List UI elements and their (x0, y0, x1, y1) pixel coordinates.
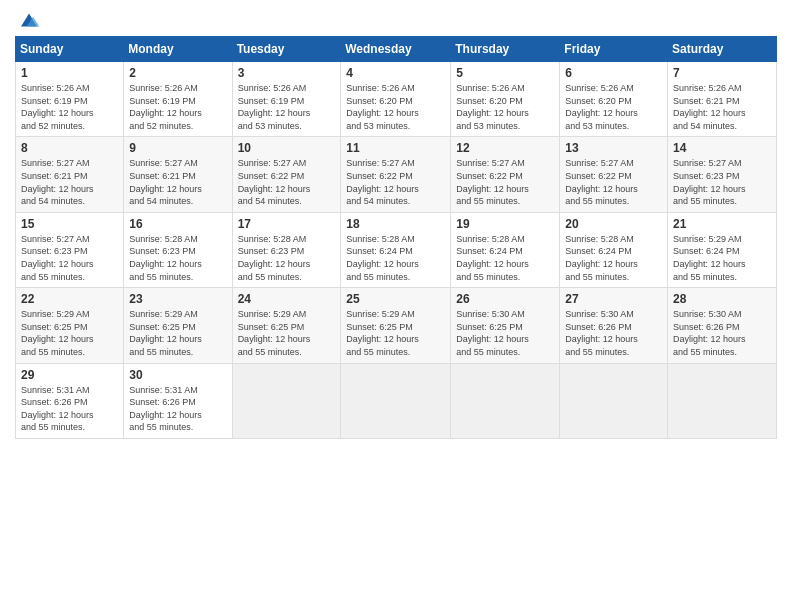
day-number: 7 (673, 66, 771, 80)
calendar-week-1: 1Sunrise: 5:26 AMSunset: 6:19 PMDaylight… (16, 62, 777, 137)
calendar-cell: 12Sunrise: 5:27 AMSunset: 6:22 PMDayligh… (451, 137, 560, 212)
calendar-week-4: 22Sunrise: 5:29 AMSunset: 6:25 PMDayligh… (16, 288, 777, 363)
calendar-cell: 29Sunrise: 5:31 AMSunset: 6:26 PMDayligh… (16, 363, 124, 438)
day-info: Sunrise: 5:26 AMSunset: 6:21 PMDaylight:… (673, 82, 771, 132)
day-info: Sunrise: 5:27 AMSunset: 6:22 PMDaylight:… (346, 157, 445, 207)
day-number: 22 (21, 292, 118, 306)
calendar-cell: 11Sunrise: 5:27 AMSunset: 6:22 PMDayligh… (341, 137, 451, 212)
day-number: 23 (129, 292, 226, 306)
calendar-cell: 20Sunrise: 5:28 AMSunset: 6:24 PMDayligh… (560, 212, 668, 287)
calendar-cell (451, 363, 560, 438)
calendar-cell: 13Sunrise: 5:27 AMSunset: 6:22 PMDayligh… (560, 137, 668, 212)
day-number: 5 (456, 66, 554, 80)
calendar-header-thursday: Thursday (451, 37, 560, 62)
day-number: 19 (456, 217, 554, 231)
day-number: 21 (673, 217, 771, 231)
calendar-cell: 27Sunrise: 5:30 AMSunset: 6:26 PMDayligh… (560, 288, 668, 363)
day-info: Sunrise: 5:27 AMSunset: 6:22 PMDaylight:… (565, 157, 662, 207)
day-info: Sunrise: 5:29 AMSunset: 6:25 PMDaylight:… (238, 308, 336, 358)
day-info: Sunrise: 5:28 AMSunset: 6:23 PMDaylight:… (129, 233, 226, 283)
calendar-week-3: 15Sunrise: 5:27 AMSunset: 6:23 PMDayligh… (16, 212, 777, 287)
calendar-header-sunday: Sunday (16, 37, 124, 62)
calendar-cell: 4Sunrise: 5:26 AMSunset: 6:20 PMDaylight… (341, 62, 451, 137)
day-number: 11 (346, 141, 445, 155)
day-info: Sunrise: 5:30 AMSunset: 6:25 PMDaylight:… (456, 308, 554, 358)
calendar-cell: 15Sunrise: 5:27 AMSunset: 6:23 PMDayligh… (16, 212, 124, 287)
calendar-cell: 10Sunrise: 5:27 AMSunset: 6:22 PMDayligh… (232, 137, 341, 212)
day-number: 27 (565, 292, 662, 306)
day-number: 24 (238, 292, 336, 306)
day-number: 10 (238, 141, 336, 155)
calendar-cell: 7Sunrise: 5:26 AMSunset: 6:21 PMDaylight… (668, 62, 777, 137)
day-number: 3 (238, 66, 336, 80)
day-number: 18 (346, 217, 445, 231)
day-info: Sunrise: 5:27 AMSunset: 6:22 PMDaylight:… (456, 157, 554, 207)
day-info: Sunrise: 5:26 AMSunset: 6:20 PMDaylight:… (346, 82, 445, 132)
calendar-week-5: 29Sunrise: 5:31 AMSunset: 6:26 PMDayligh… (16, 363, 777, 438)
day-number: 26 (456, 292, 554, 306)
calendar-header-monday: Monday (124, 37, 232, 62)
calendar-cell: 19Sunrise: 5:28 AMSunset: 6:24 PMDayligh… (451, 212, 560, 287)
day-info: Sunrise: 5:27 AMSunset: 6:23 PMDaylight:… (673, 157, 771, 207)
calendar-cell (560, 363, 668, 438)
calendar-cell: 3Sunrise: 5:26 AMSunset: 6:19 PMDaylight… (232, 62, 341, 137)
calendar-cell: 5Sunrise: 5:26 AMSunset: 6:20 PMDaylight… (451, 62, 560, 137)
logo-icon (17, 10, 41, 30)
day-number: 15 (21, 217, 118, 231)
calendar-cell: 23Sunrise: 5:29 AMSunset: 6:25 PMDayligh… (124, 288, 232, 363)
calendar-header-saturday: Saturday (668, 37, 777, 62)
day-info: Sunrise: 5:31 AMSunset: 6:26 PMDaylight:… (21, 384, 118, 434)
day-info: Sunrise: 5:26 AMSunset: 6:20 PMDaylight:… (456, 82, 554, 132)
day-info: Sunrise: 5:29 AMSunset: 6:24 PMDaylight:… (673, 233, 771, 283)
calendar-cell: 2Sunrise: 5:26 AMSunset: 6:19 PMDaylight… (124, 62, 232, 137)
calendar-cell: 16Sunrise: 5:28 AMSunset: 6:23 PMDayligh… (124, 212, 232, 287)
day-info: Sunrise: 5:26 AMSunset: 6:19 PMDaylight:… (21, 82, 118, 132)
calendar-cell: 6Sunrise: 5:26 AMSunset: 6:20 PMDaylight… (560, 62, 668, 137)
day-info: Sunrise: 5:31 AMSunset: 6:26 PMDaylight:… (129, 384, 226, 434)
page-header (15, 10, 777, 30)
day-info: Sunrise: 5:28 AMSunset: 6:23 PMDaylight:… (238, 233, 336, 283)
day-info: Sunrise: 5:29 AMSunset: 6:25 PMDaylight:… (346, 308, 445, 358)
day-number: 8 (21, 141, 118, 155)
calendar-week-2: 8Sunrise: 5:27 AMSunset: 6:21 PMDaylight… (16, 137, 777, 212)
day-number: 1 (21, 66, 118, 80)
calendar-header-wednesday: Wednesday (341, 37, 451, 62)
day-number: 4 (346, 66, 445, 80)
day-info: Sunrise: 5:28 AMSunset: 6:24 PMDaylight:… (565, 233, 662, 283)
day-number: 16 (129, 217, 226, 231)
calendar-cell: 14Sunrise: 5:27 AMSunset: 6:23 PMDayligh… (668, 137, 777, 212)
day-info: Sunrise: 5:27 AMSunset: 6:23 PMDaylight:… (21, 233, 118, 283)
day-number: 12 (456, 141, 554, 155)
calendar-body: 1Sunrise: 5:26 AMSunset: 6:19 PMDaylight… (16, 62, 777, 439)
calendar-cell: 21Sunrise: 5:29 AMSunset: 6:24 PMDayligh… (668, 212, 777, 287)
calendar-cell (232, 363, 341, 438)
day-info: Sunrise: 5:29 AMSunset: 6:25 PMDaylight:… (129, 308, 226, 358)
calendar-cell: 25Sunrise: 5:29 AMSunset: 6:25 PMDayligh… (341, 288, 451, 363)
day-number: 2 (129, 66, 226, 80)
calendar-cell: 18Sunrise: 5:28 AMSunset: 6:24 PMDayligh… (341, 212, 451, 287)
calendar-cell (341, 363, 451, 438)
calendar-cell (668, 363, 777, 438)
calendar-table: SundayMondayTuesdayWednesdayThursdayFrid… (15, 36, 777, 439)
logo (15, 10, 41, 30)
day-info: Sunrise: 5:27 AMSunset: 6:21 PMDaylight:… (21, 157, 118, 207)
calendar-cell: 24Sunrise: 5:29 AMSunset: 6:25 PMDayligh… (232, 288, 341, 363)
day-info: Sunrise: 5:30 AMSunset: 6:26 PMDaylight:… (565, 308, 662, 358)
day-info: Sunrise: 5:28 AMSunset: 6:24 PMDaylight:… (456, 233, 554, 283)
calendar-cell: 9Sunrise: 5:27 AMSunset: 6:21 PMDaylight… (124, 137, 232, 212)
calendar-cell: 17Sunrise: 5:28 AMSunset: 6:23 PMDayligh… (232, 212, 341, 287)
day-number: 6 (565, 66, 662, 80)
day-number: 14 (673, 141, 771, 155)
day-info: Sunrise: 5:30 AMSunset: 6:26 PMDaylight:… (673, 308, 771, 358)
calendar-header-row: SundayMondayTuesdayWednesdayThursdayFrid… (16, 37, 777, 62)
day-info: Sunrise: 5:29 AMSunset: 6:25 PMDaylight:… (21, 308, 118, 358)
calendar-cell: 30Sunrise: 5:31 AMSunset: 6:26 PMDayligh… (124, 363, 232, 438)
calendar-cell: 22Sunrise: 5:29 AMSunset: 6:25 PMDayligh… (16, 288, 124, 363)
day-number: 30 (129, 368, 226, 382)
day-info: Sunrise: 5:26 AMSunset: 6:19 PMDaylight:… (129, 82, 226, 132)
calendar-cell: 28Sunrise: 5:30 AMSunset: 6:26 PMDayligh… (668, 288, 777, 363)
day-number: 20 (565, 217, 662, 231)
day-info: Sunrise: 5:28 AMSunset: 6:24 PMDaylight:… (346, 233, 445, 283)
day-number: 28 (673, 292, 771, 306)
day-number: 13 (565, 141, 662, 155)
